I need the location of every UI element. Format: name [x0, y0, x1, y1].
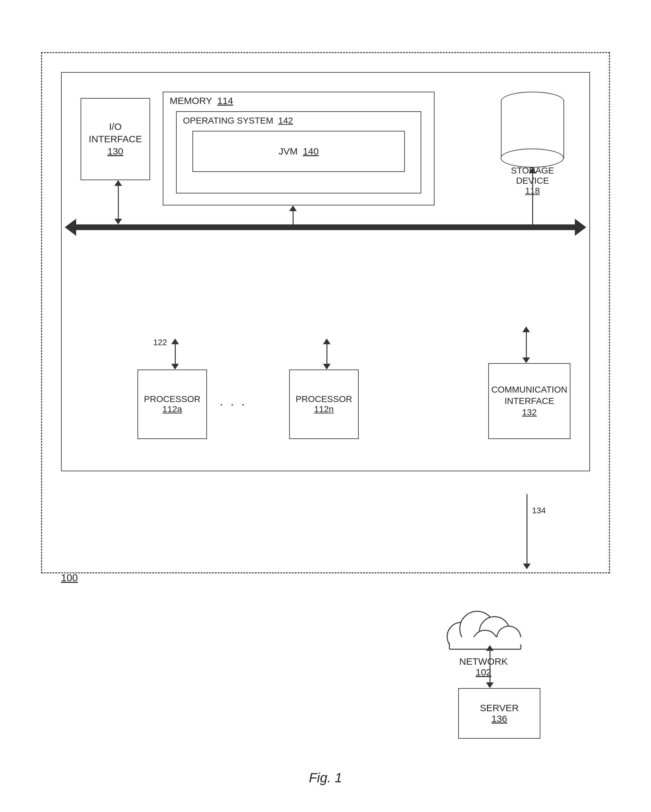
- arrow-head-up-ns: [486, 645, 494, 651]
- arrow-head-up-io: [114, 180, 122, 186]
- memory-box: MEMORY 114 OPERATING SYSTEM 142 JVM 140: [163, 92, 435, 206]
- io-to-bus-arrow: [114, 180, 122, 224]
- server-num: 136: [491, 713, 507, 724]
- arrow-head-up-ci: [522, 327, 530, 332]
- os-box: OPERATING SYSTEM 142 JVM 140: [176, 111, 421, 194]
- bus-arrow-left: [65, 219, 76, 236]
- figure-caption: Fig. 1: [309, 770, 342, 786]
- os-num: 142: [278, 116, 293, 125]
- arrow-head-down-io: [114, 219, 122, 224]
- mass-storage-device: MASSSTORAGEDEVICE 118: [501, 92, 564, 168]
- io-interface-num: 130: [107, 146, 123, 156]
- comm-interface-box: COMMUNICATIONINTERFACE 132: [488, 363, 570, 439]
- network-to-server-arrow: [486, 645, 494, 688]
- jvm-box: JVM 140: [192, 131, 405, 172]
- arrow-line-cn: [526, 494, 528, 563]
- io-interface-box: I/O INTERFACE 130: [81, 98, 150, 180]
- comm-to-bus-arrow: [522, 327, 530, 363]
- arrow-head-down-pa: [171, 364, 179, 369]
- processor-a-label: PROCESSOR 112a: [144, 394, 201, 414]
- bus-arrow-right: [575, 219, 586, 236]
- arrow-head-down-ns: [486, 682, 494, 688]
- network-cloud: NETWORK 102: [436, 599, 531, 662]
- server-box: SERVER 136: [458, 688, 540, 739]
- arrow-head-up-pn: [323, 339, 331, 344]
- conn-label-134: 134: [532, 506, 546, 516]
- memory-to-bus-arrow: [289, 206, 297, 230]
- proc-a-to-bus-arrow: [171, 339, 179, 369]
- svg-rect-5: [450, 637, 521, 656]
- os-label: OPERATING SYSTEM 142: [183, 116, 293, 126]
- network-label: NETWORK 102: [459, 656, 508, 678]
- below-diagram: NETWORK 102 SERVER 136: [41, 573, 610, 757]
- comm-to-network-arrow: [523, 494, 531, 569]
- cloud-svg: [436, 599, 531, 656]
- arrow-line-pn: [326, 344, 328, 364]
- processor-n-label: PROCESSOR 112n: [296, 394, 352, 414]
- bus-label-122: 122: [153, 337, 167, 347]
- system-boundary: I/O INTERFACE 130 MEMORY 114 OPERATING S…: [41, 52, 610, 574]
- cylinder-icon: [501, 92, 564, 168]
- memory-label: MEMORY 114: [170, 95, 233, 106]
- proc-n-to-bus-arrow: [323, 339, 331, 369]
- arrow-line-mem: [293, 211, 294, 224]
- memory-num: 114: [217, 95, 233, 106]
- mass-storage-to-bus-arrow: [529, 168, 536, 230]
- jvm-num: 140: [303, 146, 319, 156]
- processor-dots: · · ·: [220, 397, 247, 411]
- io-interface-label: I/O INTERFACE 130: [81, 121, 149, 157]
- arrow-head-up-pa: [171, 339, 179, 344]
- arrow-head-down-mem: [289, 224, 297, 230]
- jvm-label: JVM 140: [279, 146, 319, 157]
- arrow-head-down-pn: [323, 364, 331, 369]
- comm-interface-num: 132: [522, 408, 537, 417]
- cylinder-bottom: [500, 148, 564, 168]
- processor-a-box: PROCESSOR 112a: [137, 369, 207, 439]
- page: I/O INTERFACE 130 MEMORY 114 OPERATING S…: [25, 27, 626, 786]
- arrow-line-ms: [532, 173, 533, 224]
- arrow-line-pa: [175, 344, 176, 364]
- arrow-line-io: [118, 186, 119, 219]
- arrow-head-down-ms: [529, 224, 536, 230]
- processor-n-box: PROCESSOR 112n: [289, 369, 359, 439]
- arrow-head-down-ci: [522, 357, 530, 363]
- arrow-line-ns: [489, 651, 491, 682]
- comm-interface-label: COMMUNICATIONINTERFACE 132: [491, 384, 567, 418]
- processor-n-num: 112n: [314, 404, 334, 414]
- arrow-head-up-mem: [289, 206, 297, 211]
- server-label: SERVER 136: [480, 703, 519, 724]
- computer-system-box: I/O INTERFACE 130 MEMORY 114 OPERATING S…: [61, 72, 590, 472]
- arrow-line-ci: [526, 332, 527, 357]
- system-bus: [71, 224, 580, 230]
- arrow-head-up-ms: [529, 168, 536, 173]
- processor-a-num: 112a: [162, 404, 182, 414]
- arrow-head-down-cn: [523, 563, 531, 569]
